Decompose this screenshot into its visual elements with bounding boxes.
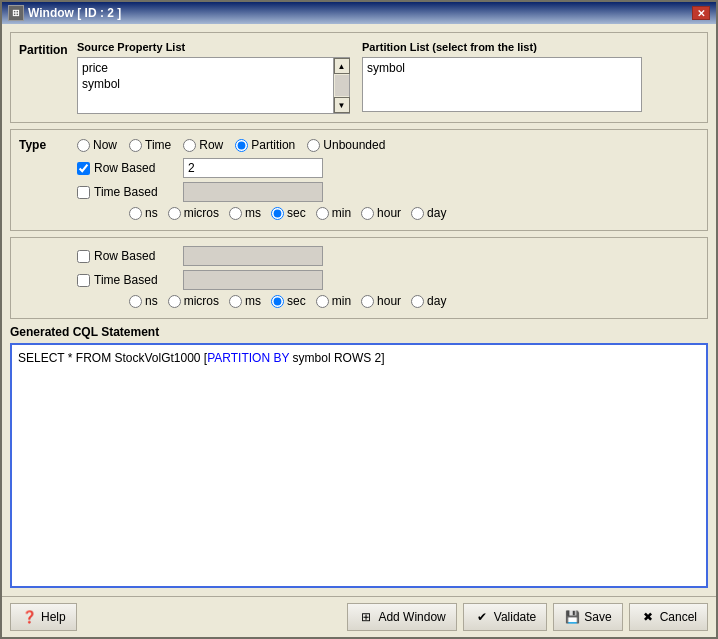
footer-right: ⊞ Add Window ✔ Validate 💾 Save ✖ Cancel [347,603,708,631]
footer-left: ❓ Help [10,603,341,631]
type-row-based-row: Row Based [77,158,699,178]
slide-unit-sec[interactable]: sec [271,294,306,308]
type-partition-radio[interactable] [235,139,248,152]
type-unit-ns-radio[interactable] [129,207,142,220]
type-now[interactable]: Now [77,138,117,152]
type-unit-hour[interactable]: hour [361,206,401,220]
type-unit-sec-label: sec [287,206,306,220]
type-unit-ms[interactable]: ms [229,206,261,220]
type-time-based-row: Time Based [77,182,699,202]
slide-unit-day[interactable]: day [411,294,446,308]
type-unit-micros-radio[interactable] [168,207,181,220]
type-unit-ns[interactable]: ns [129,206,158,220]
scroll-down-btn[interactable]: ▼ [334,97,350,113]
type-row-radio[interactable] [183,139,196,152]
close-button[interactable]: ✕ [692,6,710,20]
type-unit-sec[interactable]: sec [271,206,306,220]
slide-section: Row Based Time Based ns [10,237,708,319]
cql-section: Generated CQL Statement SELECT * FROM St… [10,325,708,588]
save-button[interactable]: 💾 Save [553,603,622,631]
type-time-radio[interactable] [129,139,142,152]
type-radio-group: Now Time Row Partition [77,138,385,152]
title-bar: ⊞ Window [ ID : 2 ] ✕ [2,2,716,24]
slide-unit-day-radio[interactable] [411,295,424,308]
type-unit-min-radio[interactable] [316,207,329,220]
type-unit-min[interactable]: min [316,206,351,220]
slide-unit-hour-label: hour [377,294,401,308]
slide-row-based-item: Row Based [77,249,177,263]
slide-unit-micros[interactable]: micros [168,294,219,308]
slide-unit-min-radio[interactable] [316,295,329,308]
type-unbounded-label: Unbounded [323,138,385,152]
type-now-radio[interactable] [77,139,90,152]
slide-unit-ms[interactable]: ms [229,294,261,308]
slide-unit-hour[interactable]: hour [361,294,401,308]
source-col: Source Property List price symbol ▲ ▼ [77,41,350,114]
type-section: Type Now Time Row [10,129,708,231]
window-title: Window [ ID : 2 ] [28,6,121,20]
cancel-button[interactable]: ✖ Cancel [629,603,708,631]
slide-row-based-input [183,246,323,266]
type-unit-sec-radio[interactable] [271,207,284,220]
type-unit-day[interactable]: day [411,206,446,220]
slide-unit-ms-radio[interactable] [229,295,242,308]
slide-unit-ns-radio[interactable] [129,295,142,308]
source-list-box[interactable]: price symbol ▲ ▼ [77,57,350,114]
type-unit-hour-label: hour [377,206,401,220]
window-icon: ⊞ [8,5,24,21]
slide-time-based-row: Time Based [77,270,699,290]
validate-button[interactable]: ✔ Validate [463,603,547,631]
help-icon: ❓ [21,609,37,625]
scroll-track [335,75,349,96]
type-unbounded-radio[interactable] [307,139,320,152]
type-row-based-label: Row Based [94,161,155,175]
partition-row: Partition Source Property List price sym… [19,41,699,114]
source-list-inner: price symbol [78,58,333,113]
cancel-icon: ✖ [640,609,656,625]
slide-unit-ns[interactable]: ns [129,294,158,308]
slide-row-based-row: Row Based [77,246,699,266]
type-unit-micros[interactable]: micros [168,206,219,220]
slide-unit-min[interactable]: min [316,294,351,308]
slide-unit-micros-radio[interactable] [168,295,181,308]
slide-time-based-label: Time Based [94,273,158,287]
validate-icon: ✔ [474,609,490,625]
slide-unit-ms-label: ms [245,294,261,308]
type-row[interactable]: Row [183,138,223,152]
slide-time-based-checkbox[interactable] [77,274,90,287]
title-bar-left: ⊞ Window [ ID : 2 ] [8,5,121,21]
type-time-based-checkbox[interactable] [77,186,90,199]
type-row-based-checkbox[interactable] [77,162,90,175]
type-time[interactable]: Time [129,138,171,152]
footer: ❓ Help ⊞ Add Window ✔ Validate 💾 Save ✖ … [2,596,716,637]
slide-unit-sec-label: sec [287,294,306,308]
type-now-label: Now [93,138,117,152]
type-unbounded[interactable]: Unbounded [307,138,385,152]
help-button[interactable]: ❓ Help [10,603,77,631]
list-item[interactable]: symbol [80,76,331,92]
add-window-button[interactable]: ⊞ Add Window [347,603,456,631]
type-unit-ms-radio[interactable] [229,207,242,220]
type-row-based-input[interactable] [183,158,323,178]
type-unit-row: ns micros ms sec min [129,206,699,220]
save-icon: 💾 [564,609,580,625]
type-unit-hour-radio[interactable] [361,207,374,220]
partition-cols: Source Property List price symbol ▲ ▼ [77,41,699,114]
scroll-up-btn[interactable]: ▲ [334,58,350,74]
slide-row-based-checkbox[interactable] [77,250,90,263]
type-label: Type [19,138,69,152]
type-unit-ms-label: ms [245,206,261,220]
slide-unit-hour-radio[interactable] [361,295,374,308]
type-partition[interactable]: Partition [235,138,295,152]
main-window: ⊞ Window [ ID : 2 ] ✕ Partition Source P… [0,0,718,639]
slide-unit-micros-label: micros [184,294,219,308]
type-time-based-input [183,182,323,202]
list-item[interactable]: price [80,60,331,76]
partition-label: Partition [19,41,69,57]
help-label: Help [41,610,66,624]
cql-prefix: SELECT * FROM StockVolGt1000 [ [18,351,207,365]
partition-value-box: symbol [362,57,642,112]
slide-unit-sec-radio[interactable] [271,295,284,308]
cql-suffix: ] [381,351,384,365]
type-unit-day-radio[interactable] [411,207,424,220]
